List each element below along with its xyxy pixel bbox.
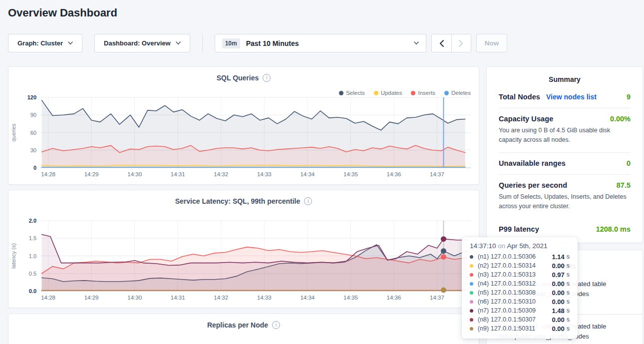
chart-title-replicas: Replicas per Node bbox=[207, 321, 268, 329]
svg-text:14:29: 14:29 bbox=[84, 171, 99, 177]
svg-text:14:29: 14:29 bbox=[84, 295, 99, 301]
svg-text:14:37: 14:37 bbox=[430, 295, 444, 301]
tooltip-node-label: (n2) 127.0.0.1:50314 bbox=[478, 262, 536, 269]
svg-text:14:32: 14:32 bbox=[214, 171, 228, 177]
series-dot-icon bbox=[470, 282, 473, 286]
series-dot-icon bbox=[470, 318, 473, 322]
svg-text:queries: queries bbox=[10, 123, 16, 142]
tooltip-row: (n6) 127.0.0.1:503100.00s bbox=[470, 297, 570, 306]
tooltip-node-value: 0.00 bbox=[552, 298, 564, 306]
tooltip-node-value: 0.97 bbox=[552, 271, 564, 279]
info-icon[interactable]: i bbox=[263, 74, 271, 82]
tooltip-node-unit: s bbox=[567, 298, 570, 305]
info-icon[interactable]: i bbox=[304, 197, 312, 205]
now-button[interactable]: Now bbox=[476, 34, 508, 52]
summary-row-top: P99 latency1208.0 ms bbox=[499, 225, 631, 233]
series-dot-icon bbox=[470, 264, 473, 268]
view-nodes-list-link[interactable]: View nodes list bbox=[546, 93, 597, 101]
summary-row-desc: You are using 0 B of 4.5 GiB usable disk… bbox=[499, 126, 631, 145]
next-range-button[interactable] bbox=[451, 34, 471, 52]
info-icon[interactable]: i bbox=[272, 321, 280, 329]
dashboard-dropdown[interactable]: Dashboard: Overview bbox=[94, 34, 190, 52]
svg-text:1.5: 1.5 bbox=[29, 235, 36, 241]
tooltip-node-label: (n8) 127.0.0.1:50307 bbox=[478, 316, 536, 323]
chevron-down-icon bbox=[68, 41, 73, 45]
series-dot-icon bbox=[470, 291, 473, 295]
service-latency-card: Service Latency: SQL, 99th percentile i … bbox=[8, 190, 479, 308]
tooltip-node-value: 1.48 bbox=[552, 307, 564, 315]
time-range-nav bbox=[431, 34, 471, 52]
graph-dropdown[interactable]: Graph: Cluster bbox=[8, 34, 82, 52]
summary-row: Capacity Usage0.00%You are using 0 B of … bbox=[499, 108, 631, 153]
tooltip-row: (n4) 127.0.0.1:503120.00s bbox=[470, 279, 570, 288]
tooltip-node-unit: s bbox=[567, 280, 570, 287]
time-range-dropdown[interactable]: 10m Past 10 Minutes bbox=[215, 34, 426, 52]
tooltip-node-unit: s bbox=[567, 253, 570, 260]
summary-row-label: Total Nodes bbox=[499, 93, 540, 101]
svg-text:0.0: 0.0 bbox=[29, 288, 36, 294]
summary-row-top: Capacity Usage0.00% bbox=[499, 115, 631, 123]
tooltip-node-value: 0.00 bbox=[552, 325, 564, 333]
summary-row-label: Queries per second bbox=[499, 181, 567, 189]
chevron-down-icon bbox=[176, 41, 181, 45]
tooltip-node-unit: s bbox=[567, 307, 570, 314]
series-dot-icon bbox=[470, 255, 473, 259]
svg-text:14:34: 14:34 bbox=[300, 171, 315, 177]
svg-text:14:36: 14:36 bbox=[387, 171, 401, 177]
tooltip-node-label: (n6) 127.0.0.1:50310 bbox=[478, 298, 536, 305]
dashboard-dropdown-label: Dashboard: Overview bbox=[104, 39, 171, 47]
summary-row-label: P99 latency bbox=[499, 225, 539, 233]
svg-text:0: 0 bbox=[33, 165, 36, 171]
tooltip-node-label: (n1) 127.0.0.1:50306 bbox=[478, 253, 536, 260]
summary-row-value: 0.00% bbox=[610, 115, 631, 123]
replicas-per-node-card: Replicas per Node i bbox=[8, 314, 479, 344]
tooltip-node-unit: s bbox=[567, 262, 570, 269]
chevron-left-icon bbox=[439, 40, 444, 47]
tooltip-row: (n8) 127.0.0.1:503070.00s bbox=[470, 315, 570, 324]
summary-panel: Summary Total NodesView nodes list9Capac… bbox=[486, 66, 643, 243]
chart-hover-tooltip: 14:37:10 on Apr 5th, 2021 (n1) 127.0.0.1… bbox=[462, 237, 578, 339]
graph-dropdown-label: Graph: Cluster bbox=[17, 39, 63, 47]
tooltip-node-label: (n7) 127.0.0.1:50309 bbox=[478, 307, 536, 314]
summary-row-top: Queries per second87.5 bbox=[499, 181, 631, 189]
summary-row-value: 1208.0 ms bbox=[596, 225, 631, 233]
tooltip-node-label: (n3) 127.0.0.1:50313 bbox=[478, 271, 536, 278]
tooltip-node-label: (n4) 127.0.0.1:50312 bbox=[478, 280, 536, 287]
svg-text:30: 30 bbox=[30, 147, 36, 153]
tooltip-node-value: 0.00 bbox=[552, 316, 564, 324]
tooltip-node-value: 0.00 bbox=[552, 262, 564, 270]
svg-text:14:36: 14:36 bbox=[387, 295, 401, 301]
svg-text:14:33: 14:33 bbox=[257, 295, 272, 301]
summary-row: Total NodesView nodes list9 bbox=[499, 86, 631, 108]
summary-row-desc: Sum of Selects, Updates, Inserts, and De… bbox=[499, 192, 631, 212]
tooltip-node-label: (n9) 127.0.0.1:50311 bbox=[478, 325, 535, 332]
summary-row-label: Capacity Usage bbox=[499, 115, 553, 123]
svg-text:0.5: 0.5 bbox=[29, 271, 36, 277]
tooltip-node-unit: s bbox=[567, 271, 570, 278]
tooltip-node-value: 0.00 bbox=[552, 280, 564, 288]
time-range-label: Past 10 Minutes bbox=[246, 39, 299, 47]
svg-text:14:34: 14:34 bbox=[300, 295, 315, 301]
summary-row: Queries per second87.5Sum of Selects, Up… bbox=[499, 175, 631, 219]
summary-row-top: Total NodesView nodes list9 bbox=[499, 93, 631, 101]
svg-text:120: 120 bbox=[27, 94, 36, 100]
sql-queries-chart[interactable]: 14:2814:2914:3014:3114:3214:3314:3414:35… bbox=[8, 92, 479, 183]
tooltip-node-label: (n5) 127.0.0.1:50308 bbox=[478, 289, 536, 296]
svg-text:14:28: 14:28 bbox=[41, 171, 55, 177]
prev-range-button[interactable] bbox=[432, 34, 451, 52]
tooltip-node-unit: s bbox=[567, 325, 570, 332]
chart-title-service-latency: Service Latency: SQL, 99th percentile bbox=[175, 197, 301, 205]
tooltip-row: (n7) 127.0.0.1:503091.48s bbox=[470, 306, 570, 315]
tooltip-node-unit: s bbox=[567, 289, 570, 296]
svg-text:14:31: 14:31 bbox=[171, 295, 185, 301]
sql-queries-card: SQL Queries i SelectsUpdatesInsertsDelet… bbox=[8, 66, 479, 185]
dashboard-controls: Graph: Cluster Dashboard: Overview 10m P… bbox=[8, 34, 507, 52]
time-range-badge: 10m bbox=[222, 38, 240, 48]
summary-title: Summary bbox=[487, 67, 643, 86]
chart-title-sql-queries: SQL Queries bbox=[217, 74, 259, 82]
service-latency-chart[interactable]: 14:2814:2914:3014:3114:3214:3314:3414:35… bbox=[8, 215, 479, 306]
summary-row-value: 87.5 bbox=[617, 181, 631, 189]
summary-rows: Total NodesView nodes list9Capacity Usag… bbox=[487, 86, 643, 240]
summary-row-value: 0 bbox=[627, 159, 631, 167]
summary-row: Unavailable ranges0 bbox=[499, 153, 631, 175]
